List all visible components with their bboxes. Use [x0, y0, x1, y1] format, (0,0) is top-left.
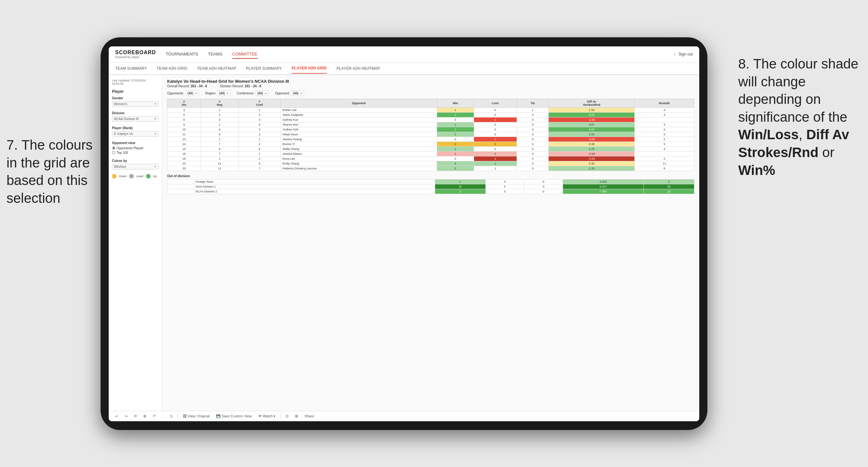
cell-tie: 0	[517, 151, 549, 156]
division-select[interactable]: NCAA Division III	[112, 116, 159, 122]
cell-rounds: 4	[635, 127, 694, 132]
cell-win: 1	[437, 132, 474, 136]
cell-win-ood: 1	[435, 179, 486, 184]
toolbar-view-original[interactable]: 🖼 View: Original	[181, 413, 211, 418]
cell-reg: 6	[201, 127, 239, 132]
sub-nav-team-summary[interactable]: TEAM SUMMARY	[115, 64, 147, 73]
out-of-division-table: Foreign Team 1 0 0 4.500 2 NAIA Division…	[167, 179, 694, 194]
sidebar-colour-by: Colour by Win/loss	[112, 159, 159, 169]
table-row: 6 3 3 Sydney Kuo 0 1 0 -1.00	[167, 117, 694, 122]
cell-loss: 1	[474, 136, 517, 142]
cell-div: 14	[167, 142, 201, 146]
col-div: #Div	[167, 99, 201, 107]
cell-diff: 3.67	[549, 122, 635, 127]
cell-conf: 4	[239, 122, 281, 127]
toolbar-clock[interactable]: ◷	[168, 413, 175, 419]
cell-reg: 11	[201, 161, 239, 166]
nav-right: › Sign out	[674, 52, 693, 57]
cell-div: 11	[167, 132, 201, 136]
table-row: 13 1 1 Jessica Huang 0 1 0 -3.00 2	[167, 136, 694, 142]
cell-reg: 7	[201, 151, 239, 156]
colour-by-select[interactable]: Win/loss	[112, 164, 159, 169]
gender-label: Gender	[112, 96, 159, 100]
cell-rounds: 4	[635, 107, 694, 112]
nav-committee[interactable]: COMMITTEE	[232, 50, 258, 59]
sub-nav-team-h2h-grid[interactable]: TEAM H2H GRID	[157, 64, 187, 73]
logo-area: SCOREBOARD Powered by clippd	[115, 50, 156, 59]
cell-win: 1	[437, 122, 474, 127]
cell-diff: -0.94	[549, 151, 635, 156]
opponents-filter-select[interactable]: (All)	[186, 91, 199, 96]
toolbar-undo[interactable]: ↩	[114, 413, 120, 419]
cell-tie: 0	[517, 112, 549, 117]
toolbar-redo[interactable]: ↪	[123, 413, 129, 419]
cell-reg: 3	[201, 117, 239, 122]
toolbar-save-custom[interactable]: 💾 Save Custom View	[215, 413, 253, 419]
cell-loss: 0	[474, 122, 517, 127]
cell-loss: 0	[474, 132, 517, 136]
cell-loss: 0	[474, 107, 517, 112]
cell-tie: 0	[517, 127, 549, 132]
sign-out-link[interactable]: Sign out	[679, 52, 693, 57]
sub-nav-player-h2h-heatmap[interactable]: PLAYER H2H HEATMAP	[337, 64, 380, 73]
cell-win: 2	[437, 166, 474, 171]
radio-dot-top100	[112, 151, 115, 154]
h2h-table: #Div #Reg #Conf Opponent Win Loss Tie Di…	[167, 99, 694, 171]
table-row: 15 8 5 Stella Cheng 1 0 0 1.25 4	[167, 146, 694, 151]
sub-nav-player-summary[interactable]: PLAYER SUMMARY	[246, 64, 282, 73]
radio-opponents-played[interactable]: Opponents Played	[112, 146, 159, 150]
sidebar-opponent-view: Opponent view Opponents Played Top 100	[112, 141, 159, 154]
toolbar-refresh[interactable]: ⟳	[132, 413, 138, 419]
nav-tournaments[interactable]: TOURNAMENTS	[166, 50, 198, 59]
cell-opponent: Jessica Huang	[281, 136, 437, 142]
cell-reg: 8	[201, 146, 239, 151]
cell-rounds-ood: 2	[644, 179, 694, 184]
col-reg: #Reg	[201, 99, 239, 107]
player-rank-select[interactable]: 8. Katelyn Vo	[112, 131, 159, 136]
cell-tie: 0	[517, 122, 549, 127]
opponent-filter-select[interactable]: (All)	[291, 91, 304, 96]
cell-win: 0	[437, 136, 474, 142]
annotation-left: 7. The colours in the grid are based on …	[6, 136, 97, 207]
conference-filter-select[interactable]: (All)	[255, 91, 269, 96]
radio-top-100[interactable]: Top 100	[112, 151, 159, 154]
cell-conf: 3	[239, 127, 281, 132]
nav-items: TOURNAMENTS TEAMS COMMITTEE	[166, 50, 674, 59]
gender-select[interactable]: Women's	[112, 101, 159, 107]
cell-tie: 0	[517, 146, 549, 151]
data-area: Katelyn Vo Head-to-Head Grid for Women's…	[162, 75, 699, 411]
cell-tie: 0	[517, 117, 549, 122]
toolbar-back[interactable]: ↶	[151, 413, 157, 419]
cell-div: 5	[167, 112, 201, 117]
cell-rounds: 3	[635, 112, 694, 117]
table-row: 20 11 7 Federica Domecq Lacroze 2 1 0 1.…	[167, 166, 694, 171]
toolbar-dot[interactable]: ·	[161, 413, 165, 418]
opponent-filter-label: Opponent	[275, 92, 289, 95]
cell-rounds: 2	[635, 136, 694, 142]
toolbar-grid[interactable]: ⊞	[142, 413, 148, 419]
toolbar-share[interactable]: Share	[303, 413, 315, 418]
cell-opponent: Sydney Kuo	[281, 117, 437, 122]
radio-dot-opponents-played	[112, 146, 115, 150]
nav-teams[interactable]: TEAMS	[208, 50, 223, 59]
cell-conf: 1	[239, 151, 281, 156]
col-loss: Loss	[474, 99, 517, 107]
sub-nav-team-h2h-heatmap[interactable]: TEAM H2H HEATMAP	[197, 64, 236, 73]
toolbar-btn2[interactable]: ⊠	[293, 413, 300, 419]
toolbar-btn1[interactable]: ⊡	[284, 413, 290, 419]
sub-nav: TEAM SUMMARY TEAM H2H GRID TEAM H2H HEAT…	[109, 63, 699, 75]
cell-opponent-ood: NAIA Division 1	[194, 184, 435, 189]
cell-conf: 2	[239, 156, 281, 161]
nav-breadcrumb: ›	[674, 52, 675, 57]
region-filter-select[interactable]: (All)	[217, 91, 230, 96]
table-row: 10 6 3 Andrea York 2 0 0 4.00 4	[167, 127, 694, 132]
cell-loss: 2	[474, 151, 517, 156]
cell-diff: -5.00	[549, 156, 635, 161]
toolbar-watch[interactable]: 👁 Watch ▾	[257, 413, 277, 419]
cell-diff: 4.00	[549, 112, 635, 117]
table-body: 3 1 1 Esther Lee 1 0 1 1.50 4 5 2 2 Alex…	[167, 107, 694, 171]
cell-loss: 1	[474, 166, 517, 171]
legend-row: Down Level Up	[112, 174, 159, 179]
cell-diff: 1.50	[549, 107, 635, 112]
sub-nav-player-h2h-grid[interactable]: PLAYER H2H GRID	[292, 63, 327, 74]
